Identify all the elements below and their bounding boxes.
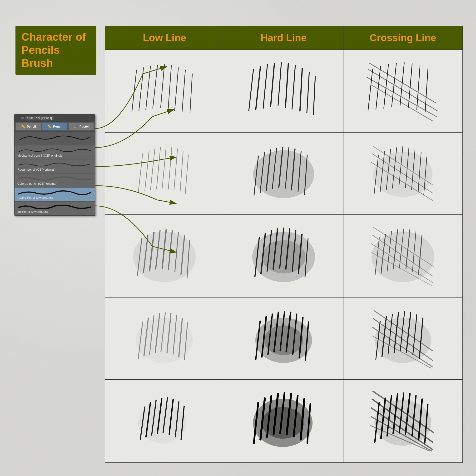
mechanical-stroke <box>17 147 92 153</box>
title-box: Character of Pencils Brush <box>16 26 96 75</box>
svg-line-39 <box>186 155 188 193</box>
svg-line-12 <box>271 64 274 106</box>
svg-point-63 <box>133 232 196 282</box>
svg-line-21 <box>384 65 389 108</box>
drawing-3-2 <box>233 221 334 291</box>
pencil-icon-1: ✏️ <box>21 124 26 129</box>
drawing-1-1 <box>114 56 215 126</box>
svg-line-8 <box>190 74 192 113</box>
svg-line-34 <box>157 147 160 189</box>
svg-line-13 <box>278 63 281 105</box>
svg-line-11 <box>263 65 268 108</box>
drawing-2-2 <box>233 138 334 208</box>
tab-label-1: Pencil <box>27 125 36 128</box>
svg-line-23 <box>400 63 404 105</box>
colored-stroke <box>17 175 92 181</box>
svg-line-17 <box>307 72 309 113</box>
svg-line-0 <box>132 70 136 112</box>
header-hard-line: Hard Line <box>224 26 343 50</box>
svg-line-26 <box>425 69 428 112</box>
table-row-2 <box>105 133 462 215</box>
cell-4-3 <box>343 298 462 380</box>
svg-line-36 <box>169 147 172 189</box>
svg-line-6 <box>175 68 178 111</box>
svg-line-10 <box>255 67 260 110</box>
svg-line-33 <box>151 149 155 190</box>
header-crossing-line: Crossing Line <box>343 26 462 50</box>
svg-line-1 <box>139 68 144 111</box>
drawing-1-3 <box>352 56 453 126</box>
pastel-icon: 🖌️ <box>73 124 78 129</box>
tab-pencil-2[interactable]: ✏️ Pencil <box>42 123 68 130</box>
table-header-row: Low Line Hard Line Crossing Line <box>105 26 462 50</box>
heavy-label: Heavy Pencil (Awanndus) <box>17 196 92 200</box>
panel-title-label: Sub Tool [Pencil] <box>25 116 54 120</box>
cell-3-1 <box>105 215 224 297</box>
table-row-1 <box>105 50 462 133</box>
brush-item-colored[interactable]: Colored pencil (CSP original) <box>15 173 95 187</box>
brush-item-heavy[interactable]: Heavy Pencil (Awanndus) <box>15 187 95 201</box>
svg-line-38 <box>180 152 183 192</box>
svg-line-16 <box>300 68 302 111</box>
sub-tool-panel: ☰ ⊞ Sub Tool [Pencil] ✏️ Pencil ✏️ Penci… <box>14 114 95 216</box>
cell-5-2 <box>224 380 343 462</box>
mechanical-label: Mechanical pencil (CSP original) <box>17 154 92 157</box>
panel-header: ☰ ⊞ Sub Tool [Pencil] <box>15 115 95 122</box>
cell-2-3 <box>343 133 462 215</box>
cell-5-1 <box>105 380 224 462</box>
drawing-3-1 <box>114 221 215 291</box>
header-hard-line-text: Hard Line <box>261 32 307 44</box>
svg-point-131 <box>138 404 187 443</box>
cell-2-2 <box>224 133 343 215</box>
tab-pencil-1[interactable]: ✏️ Pencil <box>16 123 41 130</box>
svg-line-19 <box>368 69 373 111</box>
svg-line-9 <box>249 69 254 111</box>
table-row-5 <box>105 380 462 462</box>
panel-grid-icon: ⊞ <box>21 116 24 120</box>
colored-label: Colored pencil (CSP original) <box>17 182 92 186</box>
table-row-3 <box>105 215 462 298</box>
panel-tabs: ✏️ Pencil ✏️ Pencil 🖌️ Pastel <box>15 122 95 131</box>
drawing-1-2 <box>233 56 334 126</box>
svg-line-14 <box>285 64 288 107</box>
drawing-5-2 <box>233 386 334 456</box>
svg-line-2 <box>146 67 151 110</box>
drawing-4-1 <box>114 304 215 374</box>
svg-line-3 <box>153 66 157 108</box>
cell-1-1 <box>105 50 224 132</box>
heavy-stroke <box>17 189 92 195</box>
svg-line-31 <box>138 154 143 193</box>
tab-label-2: Pencil <box>53 125 62 128</box>
svg-line-7 <box>182 70 186 112</box>
cell-1-3 <box>343 50 462 132</box>
brush-preview <box>15 131 95 145</box>
brush-preview-stroke <box>17 134 92 142</box>
tab-label-3: Pastel <box>80 125 88 128</box>
rough-stroke <box>17 161 92 167</box>
drawing-5-3 <box>352 386 453 456</box>
brush-item-rough[interactable]: Rough pencil (CSP original) <box>15 159 95 173</box>
brush-item-2b[interactable]: 2B Pencil (Awanndus) <box>15 201 95 215</box>
header-low-line-text: Low Line <box>143 32 186 44</box>
svg-line-35 <box>162 147 166 188</box>
rough-label: Rough pencil (CSP original) <box>17 168 92 171</box>
tab-pastel[interactable]: 🖌️ Pastel <box>68 123 94 130</box>
cell-2-1 <box>105 133 224 215</box>
table-body <box>105 50 462 462</box>
svg-line-29 <box>369 63 435 102</box>
header-crossing-line-text: Crossing Line <box>370 32 436 44</box>
cell-4-1 <box>105 298 224 380</box>
cell-4-2 <box>224 298 343 380</box>
svg-line-30 <box>371 85 433 121</box>
drawing-5-1 <box>114 386 215 456</box>
cell-3-3 <box>343 215 462 297</box>
brush-item-mechanical[interactable]: Mechanical pencil (CSP original) <box>15 145 95 159</box>
cell-3-2 <box>224 215 343 297</box>
2b-stroke <box>17 204 92 209</box>
svg-line-37 <box>174 149 178 190</box>
header-low-line: Low Line <box>105 26 224 50</box>
drawing-4-3 <box>352 304 453 374</box>
2b-label: 2B Pencil (Awanndus) <box>17 210 92 214</box>
svg-line-32 <box>145 151 149 191</box>
panel-list-icon: ☰ <box>17 116 19 120</box>
